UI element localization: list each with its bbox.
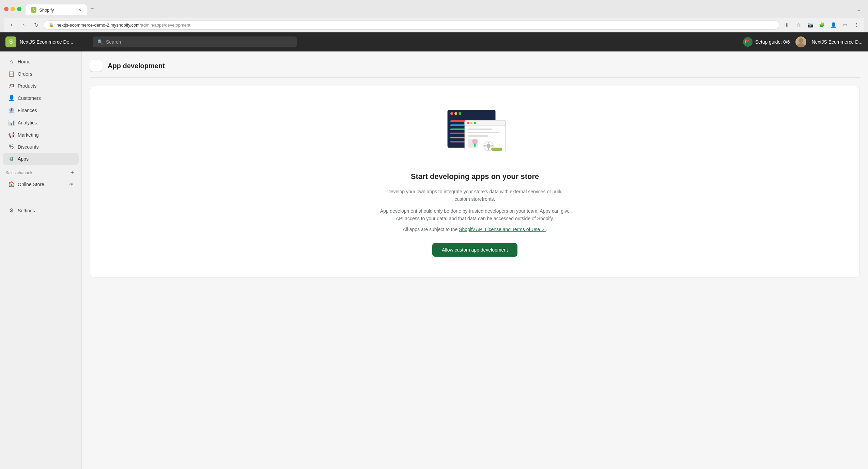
svg-point-6 <box>459 112 461 115</box>
online-store-eye-icon[interactable]: 👁 <box>69 182 73 187</box>
back-button[interactable]: ← <box>90 60 102 72</box>
sales-channels-section: Sales channels + <box>0 165 81 178</box>
store-name: NextJS Ecommerce De... <box>20 39 73 45</box>
external-link-icon: ↗ <box>541 228 544 232</box>
traffic-light-yellow[interactable] <box>11 7 15 11</box>
sidebar-toggle-icon[interactable]: ▭ <box>840 20 850 30</box>
sidebar-item-discounts[interactable]: % Discounts <box>3 141 79 153</box>
topbar: S NextJS Ecommerce De... 🔍 🚩 Setup guide… <box>0 32 868 51</box>
lock-icon: 🔒 <box>49 22 54 27</box>
user-avatar[interactable] <box>795 36 806 47</box>
settings-icon: ⚙ <box>8 207 14 214</box>
sidebar-item-label: Products <box>18 83 36 89</box>
content-area: ← App development <box>82 51 868 469</box>
back-nav-button[interactable]: ‹ <box>7 20 16 30</box>
sidebar-item-label: Analytics <box>18 120 37 125</box>
sidebar: ⌂ Home 📋 Orders 🏷 Products 👤 Customers 🏦… <box>0 51 82 469</box>
svg-rect-20 <box>468 135 489 137</box>
svg-point-16 <box>470 122 472 124</box>
page-header: ← App development <box>90 60 860 78</box>
setup-guide-button[interactable]: 🚩 Setup guide: 0/6 <box>743 37 790 47</box>
tab-favicon: S <box>31 7 36 13</box>
sidebar-item-settings[interactable]: ⚙ Settings <box>3 205 79 216</box>
main-heading: Start developing apps on your store <box>411 172 539 181</box>
add-sales-channel-button[interactable]: + <box>68 169 76 177</box>
topbar-right: 🚩 Setup guide: 0/6 NextJS Ecommerce D... <box>743 36 863 47</box>
page-title: App development <box>108 62 165 70</box>
svg-rect-24 <box>488 142 489 143</box>
svg-point-29 <box>472 139 478 144</box>
sidebar-item-marketing[interactable]: 📢 Marketing <box>3 129 79 141</box>
terms-link[interactable]: Shopify API License and Terms of Use ↗ <box>459 227 546 232</box>
user-name[interactable]: NextJS Ecommerce D... <box>812 39 863 45</box>
online-store-icon: 🏠 <box>8 181 14 187</box>
discounts-icon: % <box>8 144 14 150</box>
app-development-card: Start developing apps on your store Deve… <box>90 86 860 277</box>
analytics-icon: 📊 <box>8 119 14 126</box>
sidebar-item-analytics[interactable]: 📊 Analytics <box>3 117 79 128</box>
home-icon: ⌂ <box>8 59 14 65</box>
allow-custom-app-development-button[interactable]: Allow custom app development <box>432 243 517 257</box>
extensions-icon[interactable]: 🧩 <box>817 20 826 30</box>
app-development-illustration <box>441 107 509 161</box>
svg-rect-27 <box>491 145 493 147</box>
svg-rect-28 <box>491 148 502 151</box>
svg-point-15 <box>467 122 469 124</box>
marketing-icon: 📢 <box>8 132 14 138</box>
products-icon: 🏷 <box>8 83 14 89</box>
back-arrow-icon: ← <box>93 63 99 69</box>
terms-prefix: All apps are subject to the <box>403 227 458 232</box>
window-controls: ⌄ <box>856 5 864 13</box>
traffic-light-red[interactable] <box>4 7 9 11</box>
svg-point-17 <box>474 122 476 124</box>
svg-rect-25 <box>488 148 489 150</box>
svg-rect-30 <box>474 143 476 147</box>
sidebar-item-label: Marketing <box>18 132 38 138</box>
search-input[interactable] <box>106 39 292 45</box>
svg-point-1 <box>797 43 805 47</box>
sidebar-item-customers[interactable]: 👤 Customers <box>3 92 79 104</box>
setup-guide-label: Setup guide: 0/6 <box>755 39 790 45</box>
setup-guide-icon: 🚩 <box>743 37 753 47</box>
forward-nav-button[interactable]: › <box>19 20 29 30</box>
sidebar-item-apps[interactable]: ⧉ Apps <box>3 153 79 165</box>
active-tab[interactable]: S Shopify ✕ <box>26 4 87 15</box>
svg-point-5 <box>454 112 457 115</box>
svg-point-0 <box>799 38 803 43</box>
sidebar-item-finances[interactable]: 🏦 Finances <box>3 104 79 116</box>
svg-rect-26 <box>484 145 486 147</box>
menu-icon[interactable]: ⋮ <box>852 20 861 30</box>
tab-title: Shopify <box>39 7 54 13</box>
svg-rect-19 <box>468 132 499 133</box>
traffic-light-green[interactable] <box>17 7 21 11</box>
sidebar-item-label: Settings <box>18 208 35 213</box>
sidebar-item-orders[interactable]: 📋 Orders <box>3 68 79 80</box>
share-icon[interactable]: ⬆ <box>782 20 792 30</box>
topbar-brand[interactable]: S NextJS Ecommerce De... <box>5 36 87 47</box>
svg-rect-18 <box>468 128 492 130</box>
sidebar-item-products[interactable]: 🏷 Products <box>3 80 79 92</box>
sidebar-item-home[interactable]: ⌂ Home <box>3 56 79 67</box>
sidebar-item-label: Online Store <box>18 182 44 187</box>
sidebar-item-label: Apps <box>18 156 29 162</box>
search-container: 🔍 <box>93 36 297 47</box>
address-bar[interactable]: 🔒 nextjs-ecommerce-demo-2.myshopify.com/… <box>44 20 779 30</box>
sidebar-item-label: Customers <box>18 95 41 101</box>
svg-point-23 <box>486 144 491 148</box>
profile-icon[interactable]: 👤 <box>828 20 838 30</box>
shopify-logo: S <box>5 36 16 47</box>
bookmark-icon[interactable]: ☆ <box>794 20 803 30</box>
sidebar-item-label: Finances <box>18 108 37 113</box>
tab-close-button[interactable]: ✕ <box>78 7 81 12</box>
screenshot-icon[interactable]: 📷 <box>805 20 815 30</box>
sidebar-item-online-store[interactable]: 🏠 Online Store 👁 <box>3 178 79 190</box>
sidebar-item-label: Discounts <box>18 144 38 150</box>
reload-button[interactable]: ↻ <box>31 20 41 30</box>
new-tab-button[interactable]: + <box>88 3 97 15</box>
search-icon: 🔍 <box>97 39 103 45</box>
customers-icon: 👤 <box>8 95 14 101</box>
terms-text: All apps are subject to the Shopify API … <box>403 227 547 232</box>
description-1: Develop your own apps to integrate your … <box>379 188 570 203</box>
address-url: nextjs-ecommerce-demo-2.myshopify.com/ad… <box>57 22 774 28</box>
description-2: App development should only be done by t… <box>379 207 570 223</box>
